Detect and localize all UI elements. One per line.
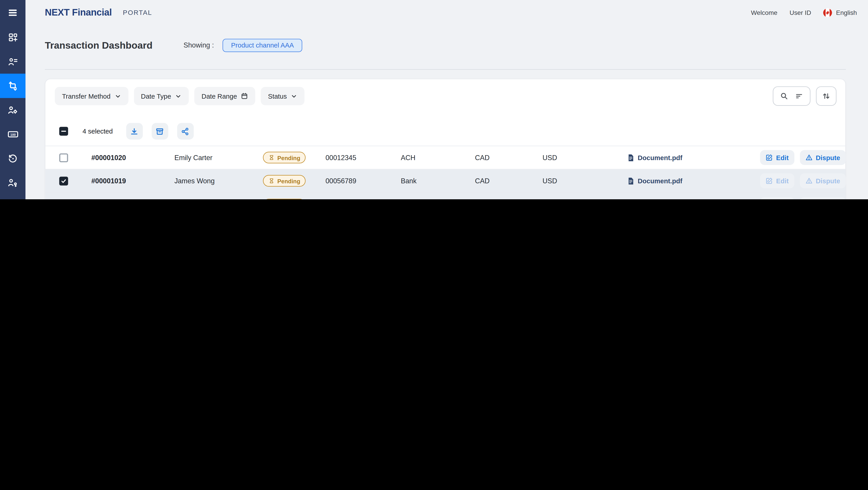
transaction-id: #00001019 — [91, 177, 175, 185]
date-range-filter[interactable]: Date Range — [194, 87, 255, 105]
warning-triangle-icon — [805, 154, 812, 161]
table-row: #00001018Sophia MartinezPending00123456W… — [45, 193, 845, 199]
transfer-method: Bank — [401, 177, 475, 185]
row-actions: EditDispute — [760, 150, 845, 165]
selected-count: 4 selected — [83, 127, 113, 135]
page-title: Transaction Dashboard — [45, 40, 152, 51]
account-number: 00056789 — [326, 177, 401, 185]
dispute-button: Dispute — [800, 197, 846, 199]
select-all-checkbox[interactable] — [59, 127, 68, 135]
dispute-label: Dispute — [816, 177, 840, 185]
sidebar: 100 $ — [0, 0, 25, 199]
date-type-filter[interactable]: Date Type — [134, 87, 189, 105]
user-key-icon — [7, 177, 18, 188]
check-icon — [61, 178, 67, 184]
row-actions: EditDispute — [760, 197, 845, 199]
download-button[interactable] — [126, 123, 143, 140]
menu-icon[interactable] — [0, 0, 25, 26]
hourglass-icon — [269, 154, 275, 160]
canada-flag-icon — [824, 8, 832, 17]
history-icon — [7, 153, 18, 164]
top-header: NEXT Financial PORTAL Welcome User ID En… — [25, 0, 868, 26]
sort-button[interactable] — [816, 87, 836, 106]
language-selector[interactable]: English — [824, 8, 857, 17]
table-row: #00001020Emily CarterPending00012345ACHC… — [45, 146, 845, 170]
row-actions: EditDispute — [760, 174, 845, 188]
transactions-table: #00001020Emily CarterPending00012345ACHC… — [45, 146, 845, 199]
sidebar-item-user-list[interactable] — [0, 50, 25, 74]
currency: CAD — [475, 154, 542, 161]
user-settings-icon — [7, 105, 18, 116]
brand-logo: NEXT Financial — [45, 7, 112, 18]
transactions-card: Transfer Method Date Type Date Range — [45, 79, 846, 199]
screen: 100 $ NEXT Financial PORTAL — [0, 0, 868, 199]
share-button[interactable] — [177, 123, 194, 140]
download-icon — [130, 127, 138, 135]
sidebar-item-banknote[interactable]: 100 — [0, 122, 25, 146]
status-badge: Pending — [263, 175, 306, 187]
transfer-method-filter[interactable]: Transfer Method — [55, 87, 128, 105]
sidebar-item-dashboard-add[interactable] — [0, 26, 25, 50]
edit-button[interactable]: Edit — [760, 150, 794, 165]
chevron-down-icon — [290, 93, 297, 99]
settlement-currency: USD — [542, 154, 627, 161]
search-filter-button[interactable] — [773, 87, 810, 106]
file-name: Document.pdf — [638, 177, 682, 185]
date-range-label: Date Range — [202, 92, 237, 100]
user-id-link[interactable]: User ID — [790, 9, 811, 16]
status-cell: Pending — [263, 198, 326, 199]
sidebar-item-user-key[interactable] — [0, 171, 25, 195]
dispute-button: Dispute — [800, 174, 846, 188]
archive-button[interactable] — [152, 123, 168, 140]
svg-text:100: 100 — [10, 133, 15, 136]
attachments-cell: Document.pdf — [627, 154, 760, 161]
transfer-crop-icon — [7, 81, 18, 91]
status-label: Status — [268, 92, 287, 100]
status-text: Pending — [277, 154, 300, 161]
status-cell: Pending — [263, 152, 326, 163]
sidebar-item-transfers-active[interactable] — [0, 74, 25, 98]
user-list-icon — [7, 57, 18, 67]
sidebar-item-user-settings[interactable] — [0, 98, 25, 122]
edit-icon — [766, 178, 773, 185]
customer-name: James Wong — [175, 177, 263, 185]
language-label: English — [836, 9, 857, 16]
table-row: #00001019James WongPending00056789BankCA… — [45, 170, 845, 193]
sidebar-item-history[interactable] — [0, 146, 25, 171]
title-divider — [45, 69, 846, 69]
sidebar-item-payments[interactable]: $ — [0, 195, 25, 199]
transfer-method-label: Transfer Method — [62, 92, 110, 100]
row-checkbox[interactable] — [59, 153, 68, 162]
filter-lines-icon — [795, 92, 803, 100]
currency: CAD — [475, 177, 542, 185]
hourglass-icon — [269, 178, 275, 184]
edit-button: Edit — [760, 197, 794, 199]
dispute-label: Dispute — [816, 154, 840, 161]
document-link[interactable]: Document.pdf — [627, 154, 682, 161]
welcome-link[interactable]: Welcome — [751, 9, 777, 16]
row-checkbox[interactable] — [59, 177, 68, 185]
search-icon — [780, 92, 788, 100]
chevron-down-icon — [175, 93, 182, 99]
edit-icon — [766, 154, 773, 161]
document-link[interactable]: Document.pdf — [627, 177, 682, 185]
archive-icon — [156, 127, 164, 135]
status-badge: Pending — [263, 198, 306, 199]
account-number: 00012345 — [326, 154, 401, 161]
status-filter[interactable]: Status — [261, 87, 305, 105]
sort-arrows-icon — [822, 92, 830, 100]
status-cell: Pending — [263, 175, 326, 187]
indeterminate-minus-icon — [61, 129, 67, 134]
document-icon — [627, 177, 634, 185]
edit-label: Edit — [776, 177, 789, 185]
dashboard-add-icon — [7, 32, 18, 43]
settlement-currency: USD — [542, 177, 627, 185]
attachments-cell: Document.pdf — [627, 177, 760, 185]
chevron-down-icon — [114, 93, 121, 99]
channel-chip[interactable]: Product channel AAA — [223, 39, 302, 52]
date-type-label: Date Type — [141, 92, 171, 100]
dispute-button[interactable]: Dispute — [800, 150, 846, 165]
customer-name: Emily Carter — [175, 154, 263, 161]
document-icon — [627, 154, 634, 161]
transaction-id: #00001020 — [91, 154, 175, 161]
